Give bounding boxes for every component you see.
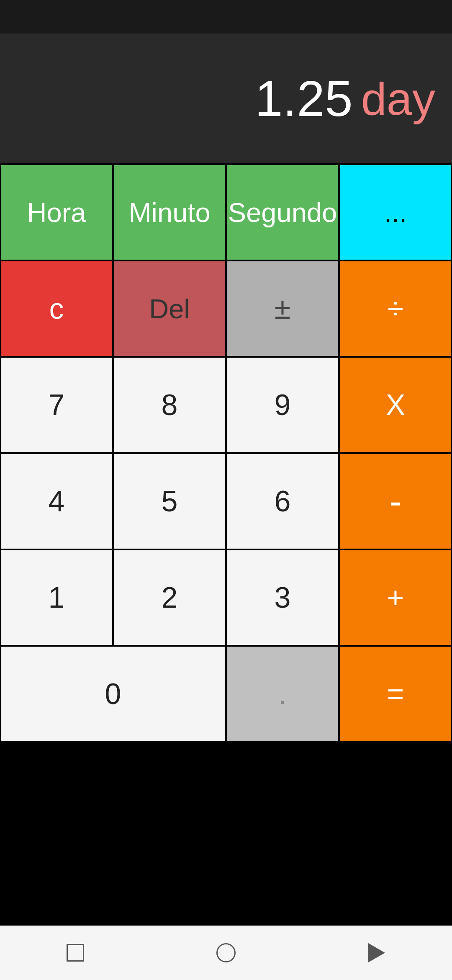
- multiply-button[interactable]: X: [339, 357, 452, 453]
- equals-button[interactable]: =: [339, 646, 452, 742]
- minuto-button[interactable]: Minuto: [113, 164, 226, 260]
- navigation-bar: [0, 926, 452, 980]
- button-4[interactable]: 4: [0, 453, 113, 549]
- button-6[interactable]: 6: [226, 453, 339, 549]
- display-unit: day: [361, 72, 435, 125]
- button-1[interactable]: 1: [0, 549, 113, 646]
- status-bar: [0, 0, 452, 34]
- segundo-button[interactable]: Segundo: [226, 164, 339, 260]
- button-9[interactable]: 9: [226, 357, 339, 453]
- dot-button[interactable]: .: [226, 646, 339, 742]
- button-2[interactable]: 2: [113, 549, 226, 646]
- button-0[interactable]: 0: [0, 646, 226, 742]
- plusminus-button[interactable]: ±: [226, 260, 339, 357]
- triangle-icon: [368, 943, 385, 962]
- button-7[interactable]: 7: [0, 357, 113, 453]
- display-area: 1.25 day: [0, 34, 452, 163]
- display-value: 1.25: [255, 70, 353, 127]
- nav-home-button[interactable]: [209, 936, 243, 970]
- delete-button[interactable]: Del: [113, 260, 226, 357]
- calculator-grid: Hora Minuto Segundo ... c Del ± ÷ 7 8 9 …: [0, 163, 452, 742]
- nav-back-button[interactable]: [360, 936, 393, 970]
- divide-button[interactable]: ÷: [339, 260, 452, 357]
- minus-button[interactable]: -: [339, 453, 452, 549]
- more-button[interactable]: ...: [339, 164, 452, 260]
- plus-button[interactable]: +: [339, 549, 452, 646]
- button-8[interactable]: 8: [113, 357, 226, 453]
- button-5[interactable]: 5: [113, 453, 226, 549]
- circle-icon: [216, 943, 236, 962]
- clear-button[interactable]: c: [0, 260, 113, 357]
- button-3[interactable]: 3: [226, 549, 339, 646]
- square-icon: [67, 944, 84, 962]
- nav-recent-apps-button[interactable]: [59, 936, 92, 970]
- hora-button[interactable]: Hora: [0, 164, 113, 260]
